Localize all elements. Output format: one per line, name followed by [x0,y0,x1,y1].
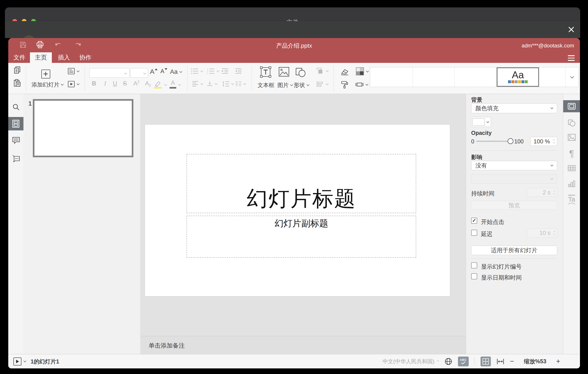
arrange-shapes-button[interactable] [316,67,328,75]
insert-shape-button[interactable] [295,67,306,78]
tab-home[interactable]: 主页 [30,52,52,63]
theme-item[interactable] [455,67,497,87]
sidebar-item-slides-selected[interactable] [8,117,23,130]
apply-to-all-slides-button[interactable]: 适用于所有幻灯片 [471,246,557,255]
table-settings-icon[interactable] [568,165,576,171]
insert-image-button[interactable] [279,67,289,77]
start-on-click-checkbox[interactable]: ✓ [471,218,477,224]
menu-hamburger-icon[interactable] [568,55,575,61]
tab-file[interactable]: 文件 [12,52,27,63]
effect-option-dropdown[interactable] [471,174,557,184]
subscript-button[interactable]: A2 [145,80,151,88]
highlight-color-button[interactable] [154,80,162,88]
highlight-color-arrow[interactable] [164,83,167,86]
preview-button[interactable]: 预览 [471,201,557,210]
add-slide-button[interactable]: 添加幻灯片 [32,81,63,88]
right-icon-strip: ¶ Ta [563,94,580,354]
slideshow-options-arrow[interactable] [23,360,26,362]
increase-indent-icon[interactable] [235,68,242,75]
theme-item[interactable] [370,67,413,87]
tab-collaboration[interactable]: 协作 [78,52,93,63]
tab-insert[interactable]: 插入 [57,52,71,63]
opacity-spinner[interactable]: 100 % [530,137,557,146]
shape-settings-icon[interactable] [568,119,576,127]
search-icon[interactable] [12,104,20,111]
paragraph-settings-icon[interactable]: ¶ [569,149,574,158]
add-slide-icon[interactable] [41,70,50,78]
columns-button[interactable] [235,81,246,87]
zoom-in-button[interactable]: + [556,357,560,365]
copy-icon[interactable] [13,66,21,74]
font-color-arrow[interactable] [178,83,181,86]
horizontal-align-button[interactable] [192,81,203,87]
fit-width-icon[interactable] [497,358,504,365]
numbered-list-button[interactable]: 123 [207,68,219,75]
duration-label: 持续时间 [471,190,494,198]
chat-icon[interactable] [12,155,20,162]
theme-gallery-expand-button[interactable] [566,67,579,87]
delay-checkbox[interactable] [471,230,477,236]
underline-button[interactable]: U [113,80,117,87]
editor-header: 产品介绍.pptx adm***@dootask.com [8,38,580,52]
copy-style-roller-icon[interactable] [341,81,348,89]
text-box-label[interactable]: 文本框 [258,81,274,89]
slide-editing-area[interactable]: 幻灯片标题 幻灯片副标题 [145,124,450,296]
slide-settings-tab-selected[interactable] [563,100,580,112]
spellcheck-toggle[interactable]: ABC [458,357,469,366]
background-fill-dropdown[interactable]: 颜色填充 [471,103,557,113]
title-placeholder[interactable]: 幻灯片标题 [187,154,416,213]
decrease-indent-icon[interactable] [221,68,229,75]
strikethrough-button[interactable]: S [123,80,127,87]
tab-bar: 文件 主页 插入 协作 [8,52,580,63]
opacity-slider-track[interactable] [476,141,508,142]
font-size-combobox[interactable] [130,68,148,78]
effect-dropdown[interactable]: 没有 [471,161,557,170]
increase-font-icon[interactable]: A [150,68,158,75]
font-color-button[interactable]: A [169,79,176,88]
start-slideshow-button[interactable] [68,81,79,88]
opacity-slider-knob[interactable] [508,138,513,144]
zoom-out-button[interactable]: − [510,357,514,365]
italic-button[interactable]: I [104,80,106,87]
delay-spinner[interactable]: 10 s [527,228,558,237]
chart-settings-icon[interactable] [568,180,576,187]
start-slideshow-statusbar-button[interactable] [13,357,21,365]
slide-size-icon [356,81,364,88]
close-icon[interactable] [568,26,574,33]
bullet-list-button[interactable] [191,68,203,75]
fit-slide-toggle[interactable] [481,357,491,366]
show-slide-number-checkbox[interactable] [471,262,477,268]
language-selector[interactable]: 中文(中华人民共和国) [383,358,439,365]
vertical-align-button[interactable] [207,81,217,87]
paste-icon[interactable] [13,79,21,87]
background-color-picker[interactable] [471,117,491,127]
show-date-time-checkbox[interactable] [471,273,477,279]
font-name-combobox[interactable] [89,68,130,78]
duration-spinner[interactable]: 2 s [527,188,558,197]
globe-icon[interactable] [445,358,452,365]
slide-size-button[interactable] [356,81,368,88]
notes-area[interactable]: 单击添加备注 [141,336,466,354]
decrease-font-icon[interactable]: A [160,68,167,75]
theme-item[interactable] [413,67,455,87]
opacity-label: Opacity [471,130,492,136]
align-shapes-button[interactable] [316,81,328,88]
line-spacing-button[interactable] [222,81,234,87]
theme-item-selected[interactable]: Aa [497,67,539,87]
color-scheme-button[interactable] [356,67,368,75]
insert-image-label[interactable]: 图片 [277,81,293,89]
slide-thumbnail-selected[interactable] [33,99,133,157]
slide-layout-button[interactable] [68,68,79,75]
text-box-button[interactable] [259,66,272,78]
theme-item[interactable] [539,67,566,87]
insert-shape-label[interactable]: 形状 [294,81,309,89]
bold-button[interactable]: B [92,80,96,87]
text-art-settings-icon[interactable]: Ta [568,196,576,204]
subtitle-placeholder[interactable]: 幻灯片副标题 [187,216,416,258]
change-case-button[interactable]: Aa [170,68,182,75]
app-background-strip [5,21,580,38]
clear-style-eraser-icon[interactable] [340,68,349,75]
comments-icon[interactable] [12,137,20,144]
image-settings-icon[interactable] [568,134,576,141]
superscript-button[interactable]: A2 [133,80,139,87]
